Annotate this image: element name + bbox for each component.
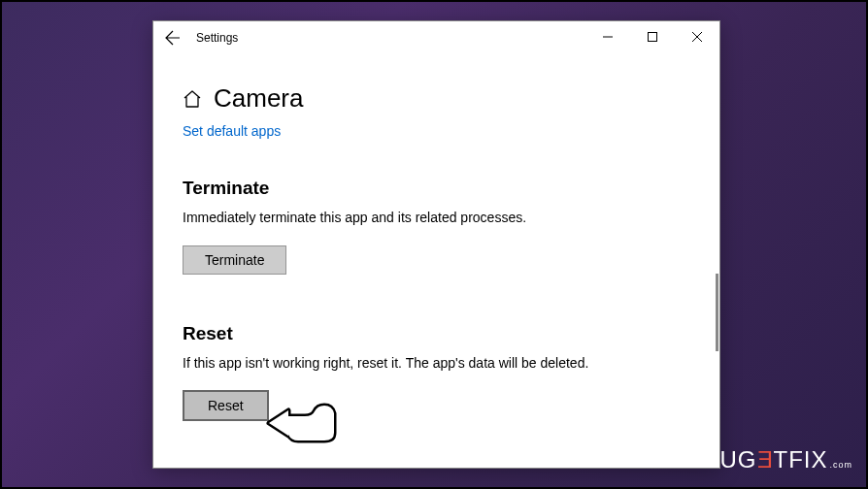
scrollbar-thumb[interactable] (716, 274, 718, 351)
terminate-description: Immediately terminate this app and its r… (183, 209, 590, 228)
watermark-tld: .com (829, 460, 852, 470)
reset-section: Reset If this app isn't working right, r… (183, 323, 690, 422)
window-title: Settings (196, 31, 238, 45)
close-button[interactable] (675, 21, 719, 52)
maximize-icon (648, 32, 657, 42)
reset-heading: Reset (183, 323, 690, 344)
back-button[interactable] (153, 21, 192, 54)
arrow-left-icon (165, 30, 181, 46)
page-title: Camera (214, 83, 303, 114)
maximize-button[interactable] (630, 21, 675, 52)
watermark-suffix: TFIX (773, 446, 827, 473)
terminate-heading: Terminate (183, 178, 690, 199)
close-icon (692, 32, 702, 42)
window-controls (585, 21, 719, 52)
minimize-icon (603, 32, 613, 42)
default-apps-link[interactable]: Set default apps (183, 123, 690, 139)
minimize-button[interactable] (585, 21, 630, 52)
titlebar: Settings (153, 21, 719, 54)
reset-button[interactable]: Reset (183, 390, 269, 421)
watermark-e: E (756, 446, 773, 473)
watermark: UGETFIX .com (719, 446, 852, 473)
watermark-prefix: UG (719, 446, 756, 473)
home-icon (183, 89, 202, 109)
settings-window: Settings (152, 20, 720, 469)
terminate-section: Terminate Immediately terminate this app… (183, 178, 690, 275)
reset-description: If this app isn't working right, reset i… (183, 354, 590, 374)
content-area: Camera Set default apps Terminate Immedi… (153, 54, 719, 468)
svg-rect-1 (649, 33, 657, 42)
pointing-hand-icon (264, 394, 347, 452)
page-header: Camera (183, 83, 690, 114)
terminate-button[interactable]: Terminate (183, 245, 286, 275)
